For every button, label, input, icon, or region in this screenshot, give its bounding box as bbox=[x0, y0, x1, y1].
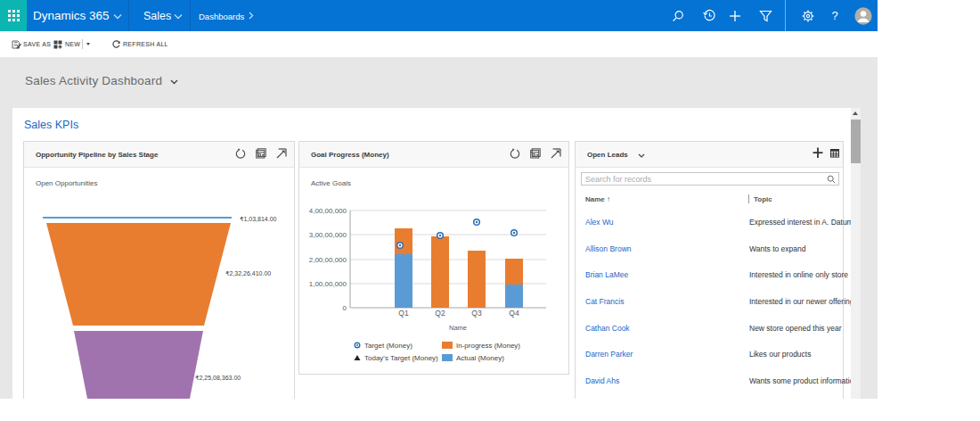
svg-text:Q1: Q1 bbox=[398, 309, 409, 318]
svg-text:Q3: Q3 bbox=[471, 309, 482, 318]
svg-text:3,00,00,000: 3,00,00,000 bbox=[309, 231, 347, 239]
svg-text:Today's Target (Money): Today's Target (Money) bbox=[364, 354, 438, 362]
svg-text:Target (Money): Target (Money) bbox=[364, 342, 412, 350]
svg-text:2,00,00,000: 2,00,00,000 bbox=[309, 256, 347, 264]
svg-text:₹1,03,814.00: ₹1,03,814.00 bbox=[240, 216, 277, 222]
svg-text:In-progress (Money): In-progress (Money) bbox=[456, 342, 520, 350]
svg-text:1,00,00,000: 1,00,00,000 bbox=[309, 280, 347, 288]
svg-text:Q4: Q4 bbox=[509, 309, 519, 318]
svg-text:Actual (Money): Actual (Money) bbox=[456, 354, 504, 362]
svg-text:Q2: Q2 bbox=[435, 309, 445, 318]
svg-text:₹2,32,26,410.00: ₹2,32,26,410.00 bbox=[225, 270, 271, 277]
svg-text:₹2,25,08,363.00: ₹2,25,08,363.00 bbox=[195, 375, 241, 381]
svg-text:Name: Name bbox=[449, 324, 467, 332]
svg-text:0: 0 bbox=[343, 304, 347, 312]
svg-text:4,00,00,000: 4,00,00,000 bbox=[309, 207, 347, 215]
